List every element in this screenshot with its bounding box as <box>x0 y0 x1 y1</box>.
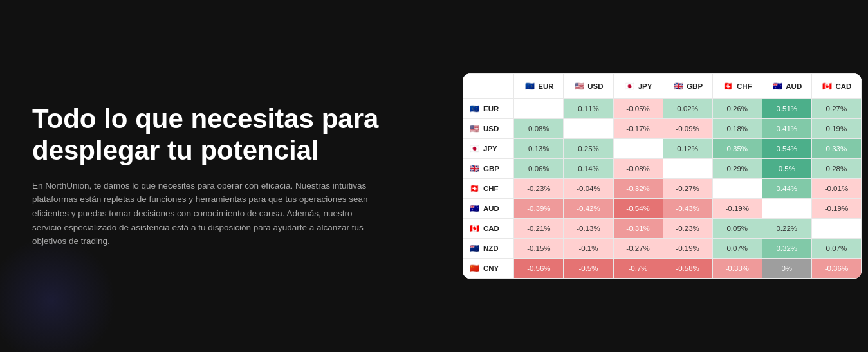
cell-CNY-GBP: -0.58% <box>663 259 712 279</box>
cell-CAD-AUD: 0.22% <box>762 219 811 239</box>
table-row: 🇪🇺EUR0.11%-0.05%0.02%0.26%0.51%0.27% <box>463 99 862 119</box>
table-row: 🇨🇦CAD-0.21%-0.13%-0.31%-0.23%0.05%0.22% <box>463 219 862 239</box>
cell-AUD-GBP: -0.43% <box>663 199 712 219</box>
cell-CHF-CHF <box>712 179 762 199</box>
cell-CNY-CHF: -0.33% <box>712 259 762 279</box>
row-label-EUR: 🇪🇺EUR <box>463 99 514 119</box>
row-label-CNY: 🇨🇳CNY <box>463 259 514 279</box>
col-header-JPY: 🇯🇵JPY <box>613 74 663 99</box>
cell-USD-JPY: -0.17% <box>613 119 663 139</box>
right-section: 🇪🇺EUR🇺🇸USD🇯🇵JPY🇬🇧GBP🇨🇭CHF🇦🇺AUD🇨🇦CAD🇪🇺EUR… <box>456 0 868 352</box>
cell-GBP-EUR: 0.06% <box>514 159 564 179</box>
description: En NorthUnion, te damos lo que necesites… <box>32 179 373 248</box>
cell-CHF-AUD: 0.44% <box>762 179 811 199</box>
table-row: 🇨🇭CHF-0.23%-0.04%-0.32%-0.27%0.44%-0.01% <box>463 179 862 199</box>
row-label-NZD: 🇳🇿NZD <box>463 239 514 259</box>
cell-CHF-GBP: -0.27% <box>663 179 712 199</box>
cell-GBP-GBP <box>663 159 712 179</box>
row-label-GBP: 🇬🇧GBP <box>463 159 514 179</box>
col-header-CAD: 🇨🇦CAD <box>811 74 861 99</box>
table-row: 🇯🇵JPY0.13%0.25%0.12%0.35%0.54%0.33% <box>463 139 862 159</box>
cell-NZD-GBP: -0.19% <box>663 239 712 259</box>
cell-GBP-CAD: 0.28% <box>811 159 861 179</box>
cell-USD-USD <box>564 119 613 139</box>
col-header-USD: 🇺🇸USD <box>564 74 613 99</box>
col-header-EUR: 🇪🇺EUR <box>514 74 564 99</box>
cell-CAD-USD: -0.13% <box>564 219 613 239</box>
cell-GBP-AUD: 0.5% <box>762 159 811 179</box>
table-row: 🇬🇧GBP0.06%0.14%-0.08%0.29%0.5%0.28% <box>463 159 862 179</box>
table-row: 🇦🇺AUD-0.39%-0.42%-0.54%-0.43%-0.19%-0.19… <box>463 199 862 219</box>
cell-USD-AUD: 0.41% <box>762 119 811 139</box>
col-header-AUD: 🇦🇺AUD <box>762 74 811 99</box>
table-row: 🇺🇸USD0.08%-0.17%-0.09%0.18%0.41%0.19% <box>463 119 862 139</box>
cell-EUR-CHF: 0.26% <box>712 99 762 119</box>
row-label-JPY: 🇯🇵JPY <box>463 139 514 159</box>
cell-EUR-CAD: 0.27% <box>811 99 861 119</box>
table-row: 🇳🇿NZD-0.15%-0.1%-0.27%-0.19%0.07%0.32%0.… <box>463 239 862 259</box>
cell-EUR-EUR <box>514 99 564 119</box>
row-label-CAD: 🇨🇦CAD <box>463 219 514 239</box>
row-label-USD: 🇺🇸USD <box>463 119 514 139</box>
cell-CAD-CHF: 0.05% <box>712 219 762 239</box>
left-section: Todo lo que necesitas para desplegar tu … <box>0 0 456 352</box>
cell-CAD-GBP: -0.23% <box>663 219 712 239</box>
cell-CHF-EUR: -0.23% <box>514 179 564 199</box>
cell-NZD-CHF: 0.07% <box>712 239 762 259</box>
table-row: 🇨🇳CNY-0.56%-0.5%-0.7%-0.58%-0.33%0%-0.36… <box>463 259 862 279</box>
cell-JPY-AUD: 0.54% <box>762 139 811 159</box>
col-header-GBP: 🇬🇧GBP <box>663 74 712 99</box>
cell-CAD-CAD <box>811 219 861 239</box>
cell-USD-GBP: -0.09% <box>663 119 712 139</box>
cell-USD-EUR: 0.08% <box>514 119 564 139</box>
cell-CAD-JPY: -0.31% <box>613 219 663 239</box>
cell-CNY-EUR: -0.56% <box>514 259 564 279</box>
cell-CNY-AUD: 0% <box>762 259 811 279</box>
col-header-CHF: 🇨🇭CHF <box>712 74 762 99</box>
cell-AUD-CHF: -0.19% <box>712 199 762 219</box>
cell-JPY-JPY <box>613 139 663 159</box>
cell-CNY-CAD: -0.36% <box>811 259 861 279</box>
cell-EUR-AUD: 0.51% <box>762 99 811 119</box>
row-label-AUD: 🇦🇺AUD <box>463 199 514 219</box>
cell-NZD-AUD: 0.32% <box>762 239 811 259</box>
cell-NZD-JPY: -0.27% <box>613 239 663 259</box>
cell-AUD-AUD <box>762 199 811 219</box>
cell-NZD-EUR: -0.15% <box>514 239 564 259</box>
cell-GBP-CHF: 0.29% <box>712 159 762 179</box>
cell-NZD-CAD: 0.07% <box>811 239 861 259</box>
cell-CHF-USD: -0.04% <box>564 179 613 199</box>
cell-USD-CAD: 0.19% <box>811 119 861 139</box>
cell-EUR-JPY: -0.05% <box>613 99 663 119</box>
cell-USD-CHF: 0.18% <box>712 119 762 139</box>
cell-NZD-USD: -0.1% <box>564 239 613 259</box>
cell-AUD-USD: -0.42% <box>564 199 613 219</box>
forex-table: 🇪🇺EUR🇺🇸USD🇯🇵JPY🇬🇧GBP🇨🇭CHF🇦🇺AUD🇨🇦CAD🇪🇺EUR… <box>463 73 862 279</box>
cell-JPY-CAD: 0.33% <box>811 139 861 159</box>
cell-JPY-CHF: 0.35% <box>712 139 762 159</box>
cell-GBP-USD: 0.14% <box>564 159 613 179</box>
main-title: Todo lo que necesitas para desplegar tu … <box>32 104 424 166</box>
cell-CNY-USD: -0.5% <box>564 259 613 279</box>
cell-CAD-EUR: -0.21% <box>514 219 564 239</box>
cell-GBP-JPY: -0.08% <box>613 159 663 179</box>
cell-JPY-EUR: 0.13% <box>514 139 564 159</box>
col-header-empty <box>463 74 514 99</box>
cell-CNY-JPY: -0.7% <box>613 259 663 279</box>
cell-CHF-JPY: -0.32% <box>613 179 663 199</box>
cell-AUD-EUR: -0.39% <box>514 199 564 219</box>
forex-table-container: 🇪🇺EUR🇺🇸USD🇯🇵JPY🇬🇧GBP🇨🇭CHF🇦🇺AUD🇨🇦CAD🇪🇺EUR… <box>463 73 862 279</box>
cell-JPY-GBP: 0.12% <box>663 139 712 159</box>
cell-CHF-CAD: -0.01% <box>811 179 861 199</box>
row-label-CHF: 🇨🇭CHF <box>463 179 514 199</box>
cell-EUR-GBP: 0.02% <box>663 99 712 119</box>
cell-EUR-USD: 0.11% <box>564 99 613 119</box>
cell-AUD-JPY: -0.54% <box>613 199 663 219</box>
cell-JPY-USD: 0.25% <box>564 139 613 159</box>
cell-AUD-CAD: -0.19% <box>811 199 861 219</box>
